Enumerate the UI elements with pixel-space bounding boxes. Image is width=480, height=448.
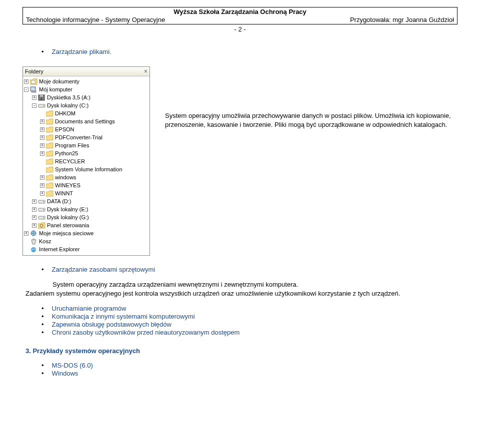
bullet-dot: • (42, 362, 44, 369)
svg-rect-10 (38, 208, 45, 211)
tree-item-label: PDFConverter-Trial (55, 134, 102, 140)
section-hardware-heading: •Zarządzanie zasobami sprzętowymi (42, 266, 458, 273)
tree-item[interactable]: Internet Explorer (24, 245, 148, 253)
examples-list: •MS-DOS (6.0)•Windows (42, 362, 458, 377)
bullet-dot: • (42, 370, 44, 377)
tree-item-label: Moje dokumenty (39, 78, 80, 84)
expand-icon[interactable]: + (40, 175, 44, 180)
tree-item[interactable]: +WINEYES (24, 181, 148, 189)
folder-icon (46, 118, 54, 125)
tree-item-label: DATA (D:) (47, 198, 71, 204)
list-item: •Windows (42, 370, 458, 377)
control-icon (38, 222, 46, 229)
folder-tree[interactable]: +Moje dokumenty-Mój komputer+Dyskietka 3… (23, 76, 150, 255)
tree-item[interactable]: +Dysk lokalny (G:) (24, 213, 148, 221)
svg-rect-6 (38, 104, 45, 107)
tree-item-label: DHKOM (55, 110, 76, 116)
examples-heading: 3. Przykłady systemów operacyjnych (26, 347, 458, 355)
tree-item-label: System Volume Information (55, 166, 122, 172)
tree-item[interactable]: +Dyskietka 3,5 (A:) (24, 93, 148, 101)
folder-pane-title: Foldery (25, 68, 44, 74)
folder-icon (46, 150, 54, 157)
tree-item[interactable]: +Python25 (24, 149, 148, 157)
bullet-dot: • (42, 329, 44, 336)
feature-bullet-list: •Uruchamianie programów•Komunikacja z in… (42, 305, 458, 336)
tree-item[interactable]: RECYCLER (24, 157, 148, 165)
expand-icon[interactable]: + (40, 183, 44, 188)
tree-item[interactable]: +PDFConverter-Trial (24, 133, 148, 141)
tree-item-label: WINEYES (55, 182, 80, 188)
tree-item-label: Moje miejsca sieciowe (39, 230, 94, 236)
tree-item-label: EPSON (55, 126, 74, 132)
document-header: Wyższa Szkoła Zarządzania Ochroną Pracy … (22, 7, 458, 24)
expand-icon[interactable]: + (32, 95, 36, 100)
tree-item-label: Dysk lokalny (G:) (47, 214, 89, 220)
drive-icon (38, 214, 46, 221)
recycle-icon (30, 238, 38, 245)
mydocs-icon (30, 78, 38, 85)
tree-item[interactable]: +Moje dokumenty (24, 77, 148, 85)
drive-icon (38, 102, 46, 109)
tree-item[interactable]: +WINNT (24, 189, 148, 197)
tree-item[interactable]: +Program Files (24, 141, 148, 149)
svg-rect-2 (32, 91, 36, 92)
svg-rect-4 (40, 95, 43, 97)
hw-para-line1: System operacyjny zarządza urządzeniami … (52, 281, 298, 288)
list-item: •Zapewnia obsługę podstawowych błędów (42, 321, 458, 328)
tree-item[interactable]: +EPSON (24, 125, 148, 133)
expand-icon[interactable]: + (32, 207, 36, 212)
bullet-dot: • (42, 321, 44, 328)
page-number: - 2 - (22, 25, 458, 33)
tree-item-label: Panel sterowania (47, 222, 89, 228)
expand-icon[interactable]: + (40, 143, 44, 148)
expand-icon[interactable]: + (24, 79, 28, 84)
expander-none (40, 111, 44, 116)
tree-item[interactable]: -Dysk lokalny (C:) (24, 101, 148, 109)
expand-icon[interactable]: + (40, 127, 44, 132)
tree-item-label: Dysk lokalny (E:) (47, 206, 88, 212)
expand-icon[interactable]: + (40, 135, 44, 140)
collapse-icon[interactable]: - (24, 87, 28, 92)
tree-item-label: Mój komputer (39, 86, 72, 92)
tree-item[interactable]: -Mój komputer (24, 85, 148, 93)
drive-icon (38, 198, 46, 205)
close-icon[interactable]: × (144, 68, 148, 75)
expand-icon[interactable]: + (24, 231, 28, 236)
expand-icon[interactable]: + (32, 215, 36, 220)
tree-item[interactable]: +Moje miejsca sieciowe (24, 229, 148, 237)
svg-rect-7 (43, 105, 44, 106)
folder-icon (46, 166, 54, 173)
section-hardware-label: Zarządzanie zasobami sprzętowymi (52, 266, 156, 273)
expander-none (24, 247, 28, 252)
folder-tree-pane[interactable]: Foldery × +Moje dokumenty-Mój komputer+D… (22, 66, 150, 256)
folder-pane-header: Foldery × (23, 67, 150, 76)
collapse-icon[interactable]: - (32, 103, 36, 108)
svg-rect-9 (43, 201, 44, 202)
tree-item[interactable]: +DATA (D:) (24, 197, 148, 205)
bullet-dot: • (42, 305, 44, 312)
expand-icon[interactable]: + (40, 151, 44, 156)
tree-item-label: RECYCLER (55, 158, 85, 164)
expand-icon[interactable]: + (40, 119, 44, 124)
tree-item-label: Documents and Settings (55, 118, 115, 124)
list-item: •Chroni zasoby użytkowników przed nieaut… (42, 329, 458, 336)
expand-icon[interactable]: + (32, 223, 36, 228)
tree-item[interactable]: Kosz (24, 237, 148, 245)
expand-icon[interactable]: + (40, 191, 44, 196)
folder-icon (46, 174, 54, 181)
tree-item-label: WINNT (55, 190, 73, 196)
hardware-paragraph: System operacyjny zarządza urządzeniami … (26, 280, 458, 298)
network-icon (30, 230, 38, 237)
expander-none (40, 167, 44, 172)
tree-item[interactable]: +Dysk lokalny (E:) (24, 205, 148, 213)
expand-icon[interactable]: + (32, 199, 36, 204)
tree-item[interactable]: +windows (24, 173, 148, 181)
hw-para-line2: Zadaniem systemu operacyjnego jest kontr… (26, 290, 400, 297)
tree-item[interactable]: +Panel sterowania (24, 221, 148, 229)
tree-item[interactable]: System Volume Information (24, 165, 148, 173)
header-title: Wyższa Szkoła Zarządzania Ochroną Pracy (23, 7, 457, 16)
svg-rect-16 (32, 239, 35, 240)
tree-item-label: Dyskietka 3,5 (A:) (47, 94, 90, 100)
tree-item[interactable]: +Documents and Settings (24, 117, 148, 125)
tree-item[interactable]: DHKOM (24, 109, 148, 117)
